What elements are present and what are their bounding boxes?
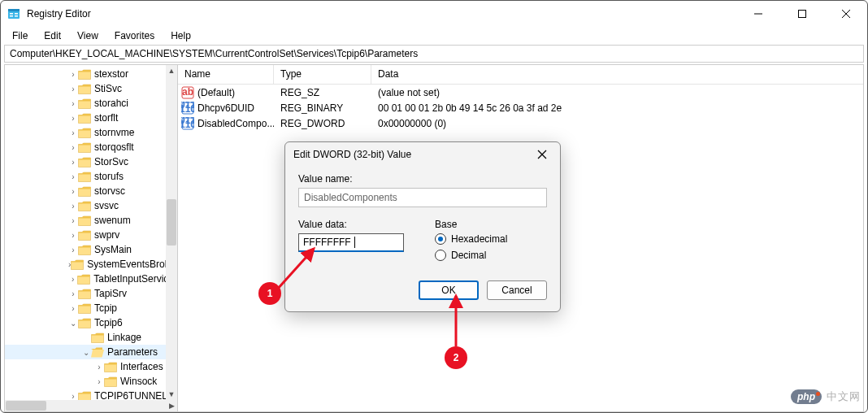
- dialog-titlebar[interactable]: Edit DWORD (32-bit) Value: [285, 142, 560, 167]
- tree-item-storsvc[interactable]: StorSvc: [5, 154, 177, 169]
- scroll-right-arrow-icon[interactable]: ▶: [166, 400, 177, 411]
- base-label: Base: [435, 219, 547, 230]
- twisty-icon[interactable]: [68, 158, 78, 167]
- close-button[interactable]: [835, 2, 857, 25]
- tree-item-tcpip6[interactable]: Tcpip6: [5, 315, 177, 330]
- tree-item-label: SysMain: [94, 244, 132, 255]
- list-row[interactable]: 011110Dhcpv6DUIDREG_BINARY00 01 00 01 2b…: [178, 100, 863, 115]
- twisty-icon[interactable]: [68, 231, 78, 240]
- twisty-icon[interactable]: [68, 216, 78, 225]
- value-type: REG_DWORD: [274, 118, 371, 129]
- menu-file[interactable]: File: [6, 28, 34, 43]
- twisty-icon[interactable]: [81, 348, 91, 357]
- tree-item-stexstor[interactable]: stexstor: [5, 67, 177, 81]
- folder-icon: [104, 376, 117, 387]
- list-row[interactable]: ab(Default)REG_SZ(value not set): [178, 85, 863, 100]
- twisty-icon[interactable]: [68, 143, 78, 152]
- watermark-badge: php: [791, 389, 822, 404]
- dialog-close-button[interactable]: [532, 145, 552, 164]
- twisty-icon[interactable]: [68, 114, 78, 123]
- menu-help[interactable]: Help: [164, 28, 197, 43]
- value-data: (value not set): [371, 87, 863, 98]
- tree-item-parameters[interactable]: Parameters: [5, 345, 177, 359]
- tree-item-winsock[interactable]: Winsock: [5, 374, 177, 389]
- menu-favorites[interactable]: Favorites: [108, 28, 161, 43]
- twisty-icon[interactable]: [68, 304, 78, 313]
- tree-item-interfaces[interactable]: Interfaces: [5, 359, 177, 374]
- menu-edit[interactable]: Edit: [37, 28, 67, 43]
- watermark: php 中文网: [791, 389, 861, 404]
- svg-rect-2: [10, 13, 13, 15]
- twisty-icon[interactable]: [68, 99, 78, 108]
- tree-item-swenum[interactable]: swenum: [5, 213, 177, 228]
- folder-icon: [78, 230, 91, 241]
- tree-item-tcpip[interactable]: Tcpip: [5, 301, 177, 315]
- scroll-up-arrow-icon[interactable]: ▲: [166, 65, 177, 76]
- annotation-badge-1: 1: [258, 282, 281, 305]
- tree-item-tapisrv[interactable]: TapiSrv: [5, 286, 177, 301]
- radio-decimal[interactable]: Decimal: [435, 250, 547, 261]
- tree-item-label: swprv: [94, 229, 119, 241]
- tree-item-stornvme[interactable]: stornvme: [5, 125, 177, 140]
- column-header-name[interactable]: Name: [178, 65, 274, 84]
- list-rows: ab(Default)REG_SZ(value not set)011110Dh…: [178, 85, 863, 131]
- tree-item-label: Linkage: [107, 332, 141, 343]
- tree-item-storahci[interactable]: storahci: [5, 96, 177, 111]
- scroll-thumb-horizontal[interactable]: [6, 401, 46, 411]
- tree-horizontal-scrollbar[interactable]: ◀ ▶: [5, 400, 177, 411]
- tree-item-systemeventsbroker[interactable]: SystemEventsBroker: [5, 257, 177, 272]
- tree-item-stisvc[interactable]: StiSvc: [5, 81, 177, 96]
- folder-icon: [91, 347, 104, 358]
- tree-item-linkage[interactable]: Linkage: [5, 330, 177, 345]
- twisty-icon[interactable]: [68, 85, 78, 93]
- value-data-input[interactable]: FFFFFFFF: [298, 233, 404, 252]
- value-data: 0x00000000 (0): [371, 118, 863, 129]
- ok-button[interactable]: OK: [419, 280, 479, 300]
- twisty-icon[interactable]: [68, 275, 77, 284]
- tree-item-svsvc[interactable]: svsvc: [5, 198, 177, 213]
- tree-item-label: storahci: [94, 98, 128, 109]
- column-header-data[interactable]: Data: [371, 65, 863, 84]
- list-row[interactable]: 011110DisabledCompo...REG_DWORD0x0000000…: [178, 115, 863, 131]
- address-text: Computer\HKEY_LOCAL_MACHINE\SYSTEM\Curre…: [10, 48, 418, 59]
- scroll-down-arrow-icon[interactable]: ▼: [166, 389, 177, 400]
- minimize-button[interactable]: [747, 2, 770, 25]
- tree-vertical-scrollbar[interactable]: ▲ ▼: [166, 65, 177, 400]
- svg-rect-4: [15, 13, 18, 15]
- tree-item-label: storqosflt: [94, 141, 134, 153]
- tree-item-label: storufs: [94, 171, 124, 182]
- radio-hexadecimal[interactable]: Hexadecimal: [435, 233, 547, 245]
- tree-item-storvsc[interactable]: storvsc: [5, 184, 177, 198]
- menu-view[interactable]: View: [71, 28, 105, 43]
- value-data-label: Value data:: [298, 219, 410, 230]
- folder-icon: [78, 172, 91, 182]
- svg-text:110: 110: [181, 119, 194, 130]
- folder-icon: [78, 84, 91, 94]
- tree-item-tabletinputservice[interactable]: TabletInputService: [5, 272, 177, 286]
- twisty-icon[interactable]: [68, 128, 78, 137]
- twisty-icon[interactable]: [94, 363, 104, 372]
- twisty-icon[interactable]: [68, 187, 78, 196]
- twisty-icon[interactable]: [68, 392, 78, 401]
- twisty-icon[interactable]: [68, 202, 78, 211]
- folder-icon: [78, 289, 91, 299]
- tree-item-storqosflt[interactable]: storqosflt: [5, 140, 177, 154]
- tree-item-sysmain[interactable]: SysMain: [5, 242, 177, 257]
- twisty-icon[interactable]: [68, 319, 78, 328]
- column-header-type[interactable]: Type: [274, 65, 371, 84]
- cancel-button[interactable]: Cancel: [487, 280, 547, 300]
- folder-icon: [91, 333, 104, 343]
- tree-item-swprv[interactable]: swprv: [5, 228, 177, 242]
- scroll-thumb-vertical[interactable]: [167, 199, 176, 246]
- twisty-icon[interactable]: [68, 246, 78, 254]
- maximize-button[interactable]: [791, 2, 814, 25]
- address-bar[interactable]: Computer\HKEY_LOCAL_MACHINE\SYSTEM\Curre…: [4, 45, 864, 63]
- tree-item-storflt[interactable]: storflt: [5, 111, 177, 125]
- tree-item-storufs[interactable]: storufs: [5, 169, 177, 184]
- binary-value-icon: 011110: [181, 117, 194, 130]
- twisty-icon[interactable]: [94, 377, 104, 386]
- twisty-icon[interactable]: [68, 70, 78, 79]
- twisty-icon[interactable]: [68, 289, 78, 298]
- twisty-icon[interactable]: [68, 172, 78, 181]
- tree-item-label: Winsock: [120, 376, 157, 387]
